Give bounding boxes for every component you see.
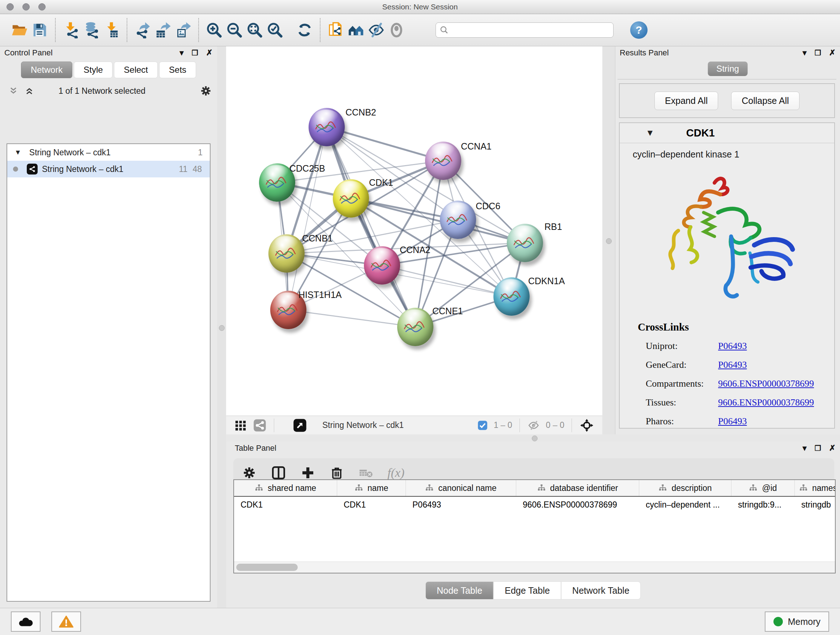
- export-table-button[interactable]: [153, 19, 173, 41]
- column-header-5[interactable]: @id: [731, 480, 795, 496]
- tab-style[interactable]: Style: [74, 62, 112, 78]
- panel-float-icon[interactable]: ❒: [192, 49, 198, 57]
- help-button[interactable]: ?: [630, 21, 647, 39]
- expand-all-icon[interactable]: [24, 86, 35, 96]
- hide-glass-eye-button[interactable]: [366, 19, 386, 41]
- function-builder-fx[interactable]: f(x): [387, 466, 404, 480]
- node-entry-header[interactable]: ▼ CDK1: [620, 123, 834, 143]
- graph-edge[interactable]: [382, 265, 512, 296]
- right-splitter-handle[interactable]: [606, 238, 612, 244]
- apply-style-refresh-button[interactable]: [294, 19, 315, 41]
- table-cell[interactable]: cyclin–dependent ...: [639, 497, 731, 513]
- crosslink-genecard[interactable]: P06493: [718, 359, 747, 371]
- table-horizontal-scrollbar[interactable]: [234, 562, 835, 573]
- network-canvas[interactable]: CCNB2CCNA1CDC25BCDK1CDC6RB1CCNB1CCNA2CDK…: [226, 46, 602, 416]
- collapse-all-button[interactable]: Collapse All: [731, 92, 799, 110]
- right-splitter[interactable]: [602, 46, 615, 434]
- table-options-gear-icon[interactable]: [242, 466, 256, 480]
- delete-table-icon[interactable]: [358, 466, 373, 480]
- graph-node-cdc6[interactable]: [440, 201, 476, 239]
- tab-network-table[interactable]: Network Table: [561, 581, 641, 600]
- panel-menu-icon[interactable]: ▾: [180, 48, 184, 57]
- column-header-4[interactable]: description: [639, 480, 731, 496]
- panel-menu-icon[interactable]: ▾: [803, 48, 807, 57]
- tab-node-table[interactable]: Node Table: [425, 581, 493, 600]
- zoom-out-button[interactable]: [224, 19, 245, 41]
- add-column-plus-icon[interactable]: [301, 466, 315, 480]
- home-string-button[interactable]: [346, 19, 366, 41]
- table-cell[interactable]: stringdb:9...: [731, 497, 795, 513]
- scrollbar-thumb[interactable]: [236, 564, 298, 571]
- duplicate-network-button[interactable]: [325, 19, 346, 41]
- network-options-gear-icon[interactable]: [200, 85, 212, 97]
- column-header-6[interactable]: namespace: [795, 480, 836, 496]
- delete-column-trash-icon[interactable]: [330, 466, 344, 480]
- table-cell[interactable]: 9606.ENSP00000378699: [516, 497, 639, 513]
- graph-node-ccne1[interactable]: [397, 308, 433, 346]
- table-row[interactable]: CDK1CDK1P064939606.ENSP00000378699cyclin…: [234, 497, 835, 513]
- panel-float-icon[interactable]: ❒: [815, 49, 821, 57]
- column-header-2[interactable]: canonical name: [406, 480, 516, 496]
- panel-menu-icon[interactable]: ▾: [803, 443, 807, 453]
- panel-float-icon[interactable]: ❒: [815, 444, 821, 453]
- column-header-0[interactable]: shared name: [234, 480, 337, 496]
- column-header-1[interactable]: name: [337, 480, 406, 496]
- zoom-fit-button[interactable]: [245, 19, 265, 41]
- tab-sets[interactable]: Sets: [159, 62, 196, 78]
- grid-view-icon[interactable]: [234, 419, 247, 432]
- panel-close-icon[interactable]: ✗: [829, 48, 836, 57]
- crosslink-compartments[interactable]: 9606.ENSP00000378699: [718, 378, 814, 389]
- show-columns-icon[interactable]: [271, 465, 286, 480]
- search-input[interactable]: [449, 26, 609, 35]
- import-network-database-button[interactable]: [81, 19, 101, 41]
- zoom-selected-button[interactable]: [265, 19, 285, 41]
- export-network-button[interactable]: [133, 19, 153, 41]
- entry-expander-icon[interactable]: ▼: [646, 128, 654, 138]
- show-eye-button[interactable]: [386, 19, 407, 41]
- graph-node-ccna1[interactable]: [425, 141, 461, 180]
- left-splitter-handle[interactable]: [219, 325, 225, 331]
- tab-edge-table[interactable]: Edge Table: [493, 581, 561, 600]
- fit-selected-crosshair-icon[interactable]: [579, 418, 594, 432]
- panel-close-icon[interactable]: ✗: [829, 443, 836, 453]
- graph-edge[interactable]: [288, 127, 327, 310]
- table-cell[interactable]: CDK1: [337, 497, 406, 513]
- save-session-button[interactable]: [30, 19, 50, 41]
- crosslink-pharos[interactable]: P06493: [718, 416, 747, 427]
- graph-edge[interactable]: [288, 310, 415, 327]
- tab-network[interactable]: Network: [21, 62, 73, 78]
- table-cell[interactable]: P06493: [406, 497, 516, 513]
- birdseye-view-icon[interactable]: [293, 418, 307, 432]
- expand-all-button[interactable]: Expand All: [654, 92, 718, 110]
- import-table-file-button[interactable]: [101, 19, 122, 41]
- table-cell[interactable]: stringdb: [795, 497, 836, 513]
- open-session-button[interactable]: [9, 19, 30, 41]
- horizontal-splitter[interactable]: [226, 434, 840, 442]
- memory-button[interactable]: Memory: [765, 611, 829, 632]
- column-header-3[interactable]: database identifier: [516, 480, 639, 496]
- left-splitter[interactable]: [217, 46, 226, 608]
- graph-node-cdkn1a[interactable]: [493, 277, 530, 316]
- table-cell[interactable]: CDK1: [234, 497, 337, 513]
- warnings-button[interactable]: [51, 611, 81, 632]
- tab-select[interactable]: Select: [114, 62, 158, 78]
- graph-node-ccnb1[interactable]: [268, 234, 305, 272]
- selected-checkbox-icon[interactable]: [477, 420, 488, 431]
- collapse-all-icon[interactable]: [8, 86, 19, 96]
- network-row-selected[interactable]: String Network – cdk1 11 48: [7, 161, 210, 177]
- tree-expander-icon[interactable]: ▼: [14, 149, 21, 157]
- network-collection-row[interactable]: ▼ String Network – cdk1 1: [7, 144, 210, 161]
- horizontal-splitter-handle[interactable]: [532, 435, 538, 441]
- network-view-share-icon[interactable]: [253, 419, 266, 432]
- crosslink-tissues[interactable]: 9606.ENSP00000378699: [718, 397, 814, 408]
- graph-node-ccna2[interactable]: [364, 246, 400, 285]
- graph-node-ccnb2[interactable]: [309, 108, 345, 146]
- crosslink-uniprot[interactable]: P06493: [718, 340, 747, 352]
- tab-string[interactable]: String: [707, 62, 748, 76]
- cloud-button[interactable]: [11, 611, 41, 632]
- graph-node-cdk1[interactable]: [333, 179, 369, 218]
- export-image-button[interactable]: [173, 19, 193, 41]
- import-network-file-button[interactable]: [61, 19, 81, 41]
- panel-close-icon[interactable]: ✗: [206, 48, 213, 57]
- zoom-in-button[interactable]: [204, 19, 224, 41]
